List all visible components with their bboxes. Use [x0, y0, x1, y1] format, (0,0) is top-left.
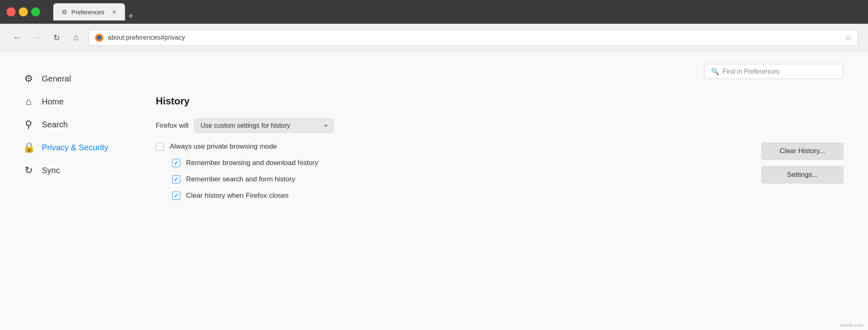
checkbox-item-search-history: Remember search and form history [172, 175, 737, 183]
svg-point-1 [97, 36, 101, 40]
action-buttons: Clear History... Settings... [761, 142, 843, 183]
search-box-container: 🔍 Find in Preferences [156, 64, 843, 79]
checkbox-item-browsing-history: Remember browsing and download history [172, 159, 737, 167]
history-title: History [156, 95, 843, 107]
find-in-prefs-input[interactable]: 🔍 Find in Preferences [704, 64, 843, 79]
checkboxes-section: Always use private browsing mode Remembe… [156, 142, 737, 208]
minimize-button[interactable] [19, 7, 28, 16]
preferences-tab[interactable]: ⚙ Preferences ✕ [53, 3, 125, 20]
address-text: about:preferences#privacy [108, 34, 841, 41]
bookmark-button[interactable]: ☆ [845, 33, 852, 43]
history-checkboxes-and-buttons: Always use private browsing mode Remembe… [156, 142, 843, 208]
firefox-logo [95, 33, 104, 42]
sidebar-item-privacy[interactable]: 🔒 Privacy & Security [16, 137, 131, 158]
nav-bar: ← → ↻ ⌂ about:preferences#privacy ☆ [0, 24, 868, 52]
back-button[interactable]: ← [10, 30, 25, 45]
traffic-lights [7, 7, 40, 16]
search-history-label: Remember search and form history [186, 175, 295, 183]
sidebar-item-general-label: General [42, 74, 71, 84]
sidebar-item-general[interactable]: ⚙ General [16, 68, 131, 89]
title-bar: ⚙ Preferences ✕ + [0, 0, 868, 24]
preferences-tab-label: Preferences [71, 9, 105, 16]
clear-on-close-checkbox[interactable] [172, 192, 180, 200]
history-section: History Firefox will Remember history Ne… [156, 95, 843, 208]
sidebar-item-search[interactable]: ⚲ Search [16, 114, 131, 135]
forward-button[interactable]: → [30, 30, 44, 45]
maximize-button[interactable] [31, 7, 40, 16]
close-button[interactable] [7, 7, 16, 16]
checkbox-item-clear-on-close: Clear history when Firefox closes [172, 192, 737, 200]
history-select-row: Firefox will Remember history Never reme… [156, 118, 843, 133]
private-mode-checkbox[interactable] [156, 142, 164, 151]
sidebar-item-sync[interactable]: ↻ Sync [16, 160, 131, 181]
preferences-tab-icon: ⚙ [61, 8, 67, 16]
content-area: 🔍 Find in Preferences History Firefox wi… [131, 52, 868, 330]
search-icon: ⚲ [23, 119, 34, 130]
gear-icon: ⚙ [23, 73, 34, 84]
sidebar-item-home-label: Home [42, 97, 64, 106]
settings-button[interactable]: Settings... [761, 166, 843, 183]
firefox-will-label: Firefox will [156, 122, 189, 130]
reload-button[interactable]: ↻ [49, 30, 64, 45]
clear-history-button[interactable]: Clear History... [761, 142, 843, 160]
sidebar-item-home[interactable]: ⌂ Home [16, 91, 131, 112]
private-mode-label: Always use private browsing mode [170, 142, 277, 151]
browsing-history-checkbox[interactable] [172, 159, 180, 167]
find-in-prefs-placeholder: Find in Preferences [723, 68, 779, 75]
find-search-icon: 🔍 [711, 68, 719, 75]
clear-on-close-label: Clear history when Firefox closes [186, 192, 289, 200]
sync-icon: ↻ [23, 165, 34, 176]
tab-bar: ⚙ Preferences ✕ + [53, 3, 861, 20]
sidebar-item-sync-label: Sync [42, 166, 60, 175]
history-select[interactable]: Remember history Never remember history … [194, 118, 334, 133]
browsing-history-label: Remember browsing and download history [186, 159, 318, 167]
sidebar: ⚙ General ⌂ Home ⚲ Search 🔒 Privacy & Se… [0, 52, 131, 330]
tab-close-button[interactable]: ✕ [112, 9, 117, 15]
sidebar-item-search-label: Search [42, 120, 68, 129]
footer-domain: wsxdn.com [841, 323, 863, 328]
lock-icon: 🔒 [23, 142, 34, 153]
search-history-checkbox[interactable] [172, 175, 180, 183]
home-icon: ⌂ [23, 96, 34, 107]
address-bar[interactable]: about:preferences#privacy ☆ [89, 29, 858, 46]
home-button[interactable]: ⌂ [69, 30, 84, 45]
checkbox-item-private-mode: Always use private browsing mode [156, 142, 737, 151]
sidebar-item-privacy-label: Privacy & Security [42, 143, 108, 152]
main-layout: ⚙ General ⌂ Home ⚲ Search 🔒 Privacy & Se… [0, 52, 868, 330]
new-tab-button[interactable]: + [128, 11, 134, 20]
